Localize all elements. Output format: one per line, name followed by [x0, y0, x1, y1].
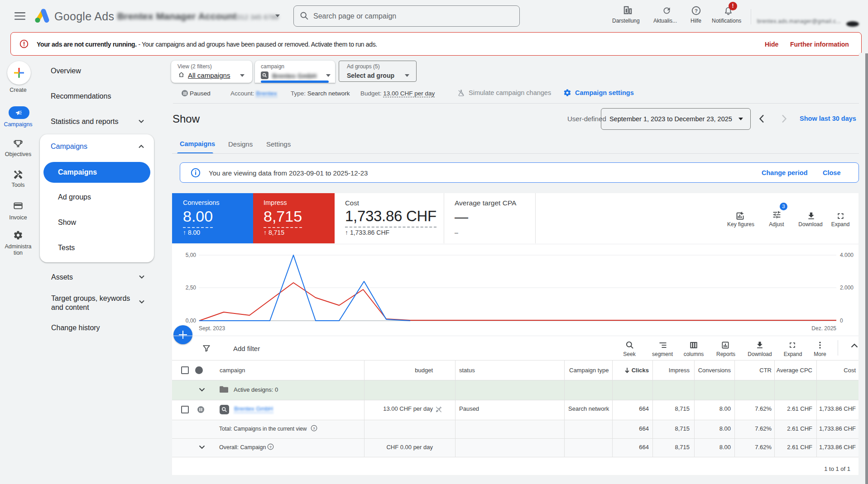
svg-text:4.000: 4.000 [840, 252, 854, 258]
svg-text:Dez. 2025: Dez. 2025 [811, 325, 836, 332]
svg-text:?: ? [269, 445, 272, 449]
svg-text:2,50: 2,50 [186, 285, 197, 291]
svg-text:2.000: 2.000 [840, 285, 854, 291]
svg-text:?: ? [695, 8, 698, 14]
svg-text:0: 0 [840, 318, 843, 324]
svg-text:5,00: 5,00 [186, 252, 197, 258]
svg-text:Sept. 2023: Sept. 2023 [199, 325, 225, 332]
svg-text:0,00: 0,00 [186, 318, 197, 324]
svg-text:?: ? [313, 427, 315, 431]
